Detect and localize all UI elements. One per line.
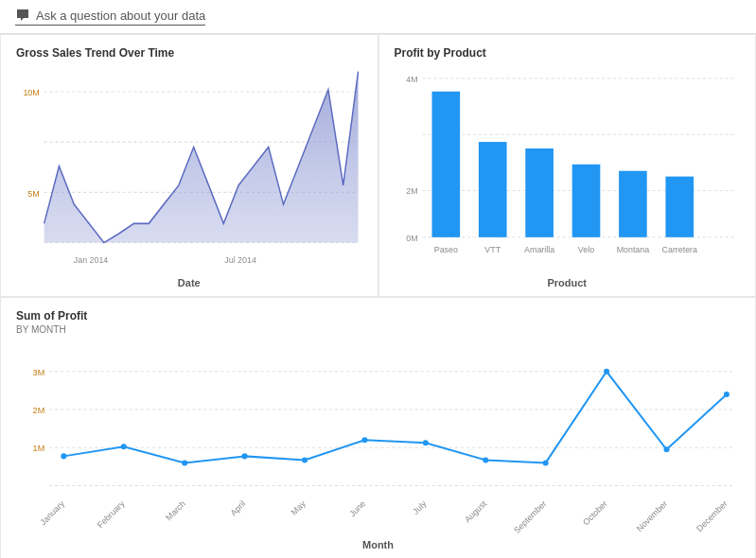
- svg-text:0M: 0M: [406, 234, 417, 243]
- svg-point-42: [483, 457, 488, 462]
- svg-rect-24: [619, 171, 647, 237]
- svg-text:Jan 2014: Jan 2014: [74, 255, 109, 265]
- profit-by-product-svg: 4M 2M 0M Paseo VTT Amarilla Velo Mo: [395, 61, 741, 273]
- sum-of-profit-title: Sum of Profit: [16, 309, 740, 323]
- gross-sales-title: Gross Sales Trend Over Time: [16, 46, 362, 60]
- gross-sales-chart-area: 10M 5M Jan 2014 Jul 2014: [16, 61, 362, 273]
- svg-text:1M: 1M: [33, 444, 45, 453]
- svg-text:4M: 4M: [406, 75, 417, 84]
- svg-text:April: April: [229, 498, 248, 517]
- sum-of-profit-svg: 3M 2M 1M: [16, 340, 740, 536]
- svg-marker-8: [44, 72, 359, 243]
- svg-text:August: August: [463, 498, 488, 524]
- chat-icon: [15, 8, 30, 23]
- svg-point-39: [302, 457, 308, 462]
- svg-text:May: May: [290, 498, 308, 516]
- svg-point-44: [604, 368, 609, 374]
- svg-point-35: [61, 453, 66, 459]
- svg-text:November: November: [635, 498, 670, 533]
- svg-point-46: [724, 391, 730, 396]
- profit-by-product-chart-area: 4M 2M 0M Paseo VTT Amarilla Velo Mo: [395, 61, 741, 273]
- svg-text:September: September: [512, 498, 548, 534]
- profit-by-product-panel: Profit by Product 4M 2M 0M Paseo VTT: [378, 34, 757, 297]
- svg-point-45: [663, 446, 669, 452]
- svg-text:3M: 3M: [33, 367, 45, 376]
- svg-text:2M: 2M: [406, 186, 417, 196]
- ask-question-label: Ask a question about your data: [36, 9, 205, 23]
- svg-rect-26: [665, 177, 694, 237]
- sum-of-profit-chart-area: 3M 2M 1M: [16, 340, 740, 536]
- svg-text:VTT: VTT: [484, 245, 501, 254]
- svg-point-36: [121, 444, 127, 449]
- svg-text:Amarilla: Amarilla: [524, 245, 554, 254]
- svg-text:5M: 5M: [27, 188, 39, 198]
- svg-point-40: [361, 437, 367, 443]
- svg-point-43: [543, 460, 549, 465]
- svg-text:Paseo: Paseo: [433, 245, 457, 254]
- profit-by-product-title: Profit by Product: [395, 46, 741, 60]
- svg-text:January: January: [38, 498, 66, 527]
- svg-point-41: [423, 440, 429, 445]
- dashboard: Gross Sales Trend Over Time 10M 5M Jan 2…: [0, 34, 756, 558]
- sum-of-profit-x-label: Month: [16, 539, 740, 550]
- ask-question-bar[interactable]: Ask a question about your data: [15, 8, 205, 26]
- svg-text:June: June: [347, 498, 367, 518]
- svg-text:2M: 2M: [33, 406, 45, 415]
- sum-of-profit-panel: Sum of Profit BY MONTH 3M 2M 1M: [0, 297, 756, 559]
- gross-sales-panel: Gross Sales Trend Over Time 10M 5M Jan 2…: [0, 34, 378, 297]
- gross-sales-svg: 10M 5M Jan 2014 Jul 2014: [16, 61, 362, 273]
- svg-text:February: February: [96, 498, 127, 530]
- svg-text:Carretera: Carretera: [661, 245, 697, 254]
- svg-rect-18: [478, 142, 506, 237]
- svg-rect-22: [571, 165, 600, 237]
- top-bar: Ask a question about your data: [0, 0, 756, 34]
- svg-text:Jul 2014: Jul 2014: [224, 255, 256, 265]
- svg-text:July: July: [411, 498, 429, 516]
- svg-rect-20: [525, 148, 554, 237]
- svg-text:March: March: [164, 498, 187, 522]
- svg-point-38: [242, 453, 248, 459]
- svg-text:10M: 10M: [23, 88, 39, 97]
- svg-text:December: December: [694, 498, 730, 533]
- gross-sales-x-label: Date: [16, 277, 362, 288]
- svg-text:Montana: Montana: [616, 245, 649, 254]
- svg-text:October: October: [581, 498, 609, 527]
- svg-text:Velo: Velo: [577, 245, 593, 254]
- svg-point-37: [182, 460, 187, 465]
- sum-of-profit-subtitle: BY MONTH: [16, 324, 740, 335]
- profit-by-product-x-label: Product: [395, 277, 741, 288]
- svg-rect-16: [431, 92, 460, 237]
